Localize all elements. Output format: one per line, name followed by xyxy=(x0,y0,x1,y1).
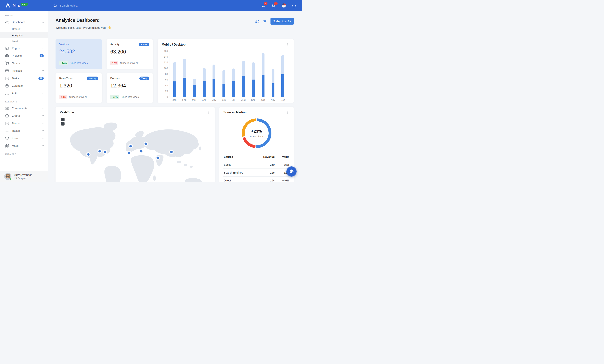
world-map: + − xyxy=(60,116,211,182)
sidebar-section-label: PAGES xyxy=(0,11,48,18)
sidebar-item-label: Pages xyxy=(12,47,41,50)
table-cell-source: Search Engines xyxy=(224,171,257,174)
x-axis-label: Apr xyxy=(199,99,209,101)
sidebar-item-calendar[interactable]: Calendar xyxy=(0,82,48,89)
online-status-dot xyxy=(9,178,12,180)
bar-segment-desktop xyxy=(272,69,275,83)
map-marker-4[interactable] xyxy=(129,145,132,148)
sidebar: PAGESDashboardDefaultAnalyticsSaaSPagesP… xyxy=(0,11,48,182)
filter-icon[interactable] xyxy=(263,20,267,23)
map-card-title: Real-Time xyxy=(60,111,74,114)
sidebar-item-label: Auth xyxy=(12,92,41,95)
sidebar-item-orders[interactable]: Orders xyxy=(0,60,48,67)
map-marker-2[interactable] xyxy=(99,150,101,152)
map-marker-7[interactable] xyxy=(144,143,147,145)
bar-segment-mobile xyxy=(232,81,235,97)
stat-period-badge[interactable]: Yearly xyxy=(139,76,149,80)
stat-value: 12.364 xyxy=(110,83,149,89)
stat-card-bounce: Bounce Yearly 12.364 +27% Since last wee… xyxy=(107,73,153,103)
dashboard-content: Visitors 24.532 +14% Since last week Act… xyxy=(56,39,294,182)
power-icon xyxy=(292,4,296,8)
notifications-button[interactable]: 7 xyxy=(272,4,276,8)
sidebar-item-tasks[interactable]: Tasks17 xyxy=(0,75,48,82)
check-square-icon xyxy=(5,76,9,80)
map-zoom-out-button[interactable]: − xyxy=(61,122,64,126)
messages-button[interactable]: 3 xyxy=(262,4,265,8)
chevron-down-icon xyxy=(41,47,44,50)
bar-segment-desktop xyxy=(203,68,206,81)
stat-period-badge[interactable]: Monthly xyxy=(87,76,98,80)
grid-icon xyxy=(5,107,9,110)
stat-note: Since last week xyxy=(120,62,138,64)
date-range-button[interactable]: Today: April 29 xyxy=(270,18,294,25)
sidebar-item-tables[interactable]: Tables xyxy=(0,127,48,135)
sidebar-item-charts[interactable]: Charts xyxy=(0,112,48,120)
sidebar-item-label: Projects xyxy=(12,54,39,57)
table-cell-source: Social xyxy=(224,163,257,166)
chevron-up-icon xyxy=(41,21,44,24)
sidebar-item-label: Tasks xyxy=(12,77,38,80)
x-axis-label: Jun xyxy=(219,99,229,101)
map-marker-6[interactable] xyxy=(140,150,142,152)
donut-center-value: +23% xyxy=(251,129,262,134)
mobile-desktop-card: Mobile / Desktop 160140120100806040200 J… xyxy=(158,39,294,103)
map-marker-3[interactable] xyxy=(104,151,106,153)
sidebar-user[interactable]: Lucy Lavender UX Designer xyxy=(0,171,48,182)
sidebar-item-components[interactable]: Components xyxy=(0,104,48,112)
bar-segment-desktop xyxy=(262,53,264,75)
more-vertical-icon[interactable] xyxy=(286,43,289,47)
sidebar-item-pages[interactable]: Pages xyxy=(0,44,48,52)
brand[interactable]: Mira PRO xyxy=(0,3,48,8)
sign-out-button[interactable] xyxy=(292,4,296,8)
sidebar-subitem-default[interactable]: Default xyxy=(0,26,48,32)
avatar xyxy=(4,173,12,180)
navbar-actions: 3 7 xyxy=(262,3,302,8)
header-actions: Today: April 29 xyxy=(255,18,294,25)
list-icon xyxy=(5,129,9,133)
theme-settings-fab[interactable] xyxy=(286,166,297,176)
y-axis-tick: 20 xyxy=(165,90,168,92)
sidebar-item-label: Calendar xyxy=(12,84,44,87)
x-axis-label: Dec xyxy=(278,99,288,101)
map-marker-1[interactable] xyxy=(87,153,89,156)
main-content: Analytics Dashboard Welcome back, Lucy! … xyxy=(48,11,302,182)
search-input[interactable] xyxy=(60,4,112,7)
sidebar-item-label: Forms xyxy=(12,122,41,125)
sidebar-subitem-saas[interactable]: SaaS xyxy=(0,38,48,44)
donut-chart: +23% new visitors xyxy=(242,118,271,148)
map-marker-8[interactable] xyxy=(157,157,159,159)
more-vertical-icon[interactable] xyxy=(207,111,211,114)
chevron-down-icon xyxy=(41,129,44,132)
chevron-down-icon xyxy=(41,137,44,140)
bar-segment-desktop xyxy=(183,59,186,78)
sidebar-item-dashboard[interactable]: Dashboard xyxy=(0,18,48,26)
sidebar-item-label: Charts xyxy=(12,114,41,117)
sidebar-item-auth[interactable]: Auth xyxy=(0,89,48,97)
sidebar-item-maps[interactable]: Maps xyxy=(0,142,48,150)
table-cell-revenue: 164 xyxy=(257,179,275,182)
sidebar-item-forms[interactable]: Forms xyxy=(0,120,48,127)
table-cell-revenue: 125 xyxy=(257,171,275,174)
table-cell-value: +35% xyxy=(275,163,289,166)
sidebar-item-invoices[interactable]: Invoices xyxy=(0,67,48,75)
chevron-down-icon xyxy=(41,122,44,125)
map-zoom-in-button[interactable]: + xyxy=(61,118,64,121)
x-axis-label: Feb xyxy=(179,99,189,101)
map-marker-9[interactable] xyxy=(170,151,173,153)
bar-segment-mobile xyxy=(173,81,176,97)
sidebar-item-icons[interactable]: Icons xyxy=(0,135,48,142)
sidebar-subitem-analytics[interactable]: Analytics xyxy=(0,32,48,38)
x-axis-label: Nov xyxy=(268,99,278,101)
y-axis-tick: 0 xyxy=(167,96,168,98)
sidebar-item-projects[interactable]: Projects8 xyxy=(0,52,48,60)
sidebar-item-badge: 17 xyxy=(38,77,44,80)
realtime-map-card: Real-Time + − xyxy=(56,107,215,182)
refresh-icon[interactable] xyxy=(255,20,259,23)
language-flag-button[interactable] xyxy=(282,3,286,8)
sidebar-item-label: Invoices xyxy=(12,69,41,72)
y-axis-tick: 40 xyxy=(165,84,168,87)
stat-period-badge[interactable]: Annual xyxy=(138,43,149,46)
table-header-row: SourceRevenueValue xyxy=(223,153,289,161)
map-marker-5[interactable] xyxy=(128,151,130,154)
more-vertical-icon[interactable] xyxy=(286,111,289,114)
